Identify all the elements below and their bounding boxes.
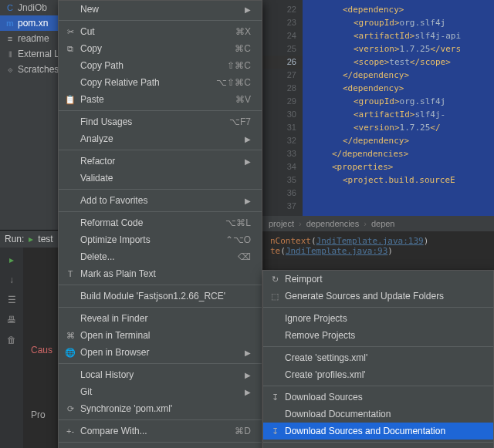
menu-label: Create 'profiles.xml' xyxy=(285,369,366,380)
run-label: Run: xyxy=(5,234,24,244)
menu-label: Build Module 'Fastjson1.2.66_RCE' xyxy=(80,291,225,301)
run-config-name[interactable]: test xyxy=(38,234,52,244)
play-icon: ▸ xyxy=(29,234,33,244)
tree-item[interactable]: ⫴External L xyxy=(0,46,58,62)
menu-label: New xyxy=(80,4,99,15)
menu-item[interactable]: Copy Path⇧⌘C xyxy=(59,57,262,74)
menu-label: Compare With... xyxy=(80,426,147,436)
menu-item[interactable]: Analyze▶ xyxy=(59,130,262,147)
menu-item[interactable]: Generate XSD Schema from XML File... xyxy=(59,445,262,448)
menu-item[interactable]: 📋Paste⌘V xyxy=(59,91,262,108)
context-menu[interactable]: New▶✂Cut⌘X⧉Copy⌘CCopy Path⇧⌘CCopy Relati… xyxy=(58,0,262,448)
shortcut: ⌘D xyxy=(216,426,251,436)
crumb[interactable]: dependencies xyxy=(306,219,360,228)
crumb[interactable]: project xyxy=(269,219,294,228)
menu-item[interactable]: Reformat Code⌥⌘L xyxy=(59,214,262,231)
project-tree[interactable]: CJndiObmpom.xn≡readme⫴External L⟐Scratch… xyxy=(0,0,58,231)
menu-item[interactable]: Validate xyxy=(59,170,262,187)
tree-item[interactable]: ≡readme xyxy=(0,31,58,46)
print-icon[interactable]: 🖶 xyxy=(5,314,18,326)
menu-item[interactable]: ⧉Copy⌘C xyxy=(59,40,262,57)
maven-submenu[interactable]: ↻Reimport⬚Generate Sources and Update Fo… xyxy=(262,270,494,448)
menu-item[interactable]: Remove Projects xyxy=(263,327,493,344)
tree-item[interactable]: ⟐Scratches xyxy=(0,62,58,77)
menu-item[interactable]: 🌐Open in Browser▶ xyxy=(59,344,262,361)
menu-label: Generate Sources and Update Folders xyxy=(285,291,444,301)
menu-item[interactable]: ↧Download Sources xyxy=(263,389,493,406)
mvn-icon: m xyxy=(5,18,15,29)
menu-label: Copy Path xyxy=(80,60,124,71)
menu-label: Paste xyxy=(80,94,104,105)
cut-icon: ✂ xyxy=(64,25,76,38)
menu-label: Git xyxy=(80,386,92,397)
submenu-arrow-icon: ▶ xyxy=(226,349,251,357)
menu-item[interactable]: ⟳Synchronize 'pom.xml' xyxy=(59,400,262,417)
menu-item[interactable]: Local History▶ xyxy=(59,366,262,383)
menu-item[interactable]: ✂Cut⌘X xyxy=(59,23,262,40)
menu-item[interactable]: ⌘Open in Terminal xyxy=(59,327,262,344)
menu-item[interactable]: Download Documentation xyxy=(263,406,493,423)
tree-label: pom.xn xyxy=(18,18,48,29)
menu-item[interactable]: TMark as Plain Text xyxy=(59,265,262,282)
menu-item[interactable]: ↻Reimport xyxy=(263,271,493,288)
submenu-arrow-icon: ▶ xyxy=(226,5,251,14)
md-icon: ≡ xyxy=(5,33,15,44)
menu-label: Mark as Plain Text xyxy=(80,268,156,279)
menu-label: Ignore Projects xyxy=(285,313,347,324)
menu-item[interactable]: Git▶ xyxy=(59,383,262,400)
menu-label: Copy Relative Path xyxy=(80,77,160,88)
code-area[interactable]: <dependency><groupId>org.slf4j<artifactI… xyxy=(303,0,494,216)
menu-item[interactable]: Ignore Projects xyxy=(263,310,493,327)
menu-label: Cut xyxy=(80,26,95,37)
menu-label: Reveal in Finder xyxy=(80,313,147,324)
gen-icon: ⬚ xyxy=(269,290,281,302)
shortcut: ⌘X xyxy=(217,26,251,37)
menu-item[interactable]: Copy Relative Path⌥⇧⌘C xyxy=(59,74,262,91)
shortcut: ⌫ xyxy=(219,251,251,262)
menu-item[interactable]: +‑Compare With...⌘D xyxy=(59,423,262,440)
tree-item[interactable]: mpom.xn xyxy=(0,15,58,31)
menu-item[interactable]: Create 'settings.xml' xyxy=(263,349,493,366)
menu-item[interactable]: Add to Favorites▶ xyxy=(59,192,262,209)
menu-item[interactable]: Find Usages⌥F7 xyxy=(59,113,262,130)
link[interactable]: JndiTemplate.java:139 xyxy=(316,236,424,246)
menu-label: Find Usages xyxy=(80,116,132,127)
trash-icon[interactable]: 🗑 xyxy=(5,334,18,346)
menu-item[interactable]: Build Module 'Fastjson1.2.66_RCE' xyxy=(59,288,262,305)
run-toolbar[interactable]: ▸ ↓ ☰ 🖶 🗑 xyxy=(0,248,23,448)
submenu-arrow-icon: ▶ xyxy=(226,197,251,205)
scr-icon: ⟐ xyxy=(5,64,15,75)
menu-item[interactable]: Create 'profiles.xml' xyxy=(263,366,493,383)
menu-label: Reformat Code xyxy=(80,217,143,228)
menu-label: Reimport xyxy=(285,274,323,285)
class-icon: C xyxy=(5,2,15,13)
menu-label: Remove Projects xyxy=(285,330,355,341)
editor-pane: 2223242526272829303132333435363738 <depe… xyxy=(262,0,494,231)
submenu-arrow-icon: ▶ xyxy=(226,371,251,379)
menu-label: Local History xyxy=(80,369,134,380)
crumb[interactable]: depen xyxy=(371,219,395,228)
shortcut: ⇧⌘C xyxy=(208,60,251,71)
link[interactable]: JndiTemplate.java:93 xyxy=(286,246,387,256)
menu-item[interactable]: Delete...⌫ xyxy=(59,248,262,265)
menu-item[interactable]: Reveal in Finder xyxy=(59,310,262,327)
tree-item[interactable]: CJndiOb xyxy=(0,0,58,15)
breadcrumb[interactable]: project›dependencies›depen xyxy=(262,216,494,231)
rerun-icon[interactable]: ▸ xyxy=(5,254,18,266)
sync-icon: ⟳ xyxy=(64,403,76,415)
menu-item[interactable]: Refactor▶ xyxy=(59,153,262,170)
menu-label: Create 'settings.xml' xyxy=(285,352,367,363)
stop-icon[interactable]: ↓ xyxy=(5,274,18,286)
menu-item[interactable]: ⬚Generate Sources and Update Folders xyxy=(263,288,493,305)
menu-item[interactable]: Optimize Imports⌃⌥O xyxy=(59,231,262,248)
tree-label: Scratches xyxy=(18,64,58,75)
shortcut: ⌃⌥O xyxy=(207,234,251,245)
tree-label: readme xyxy=(18,33,49,44)
menu-item[interactable]: ↧Download Sources and Documentation xyxy=(263,423,493,440)
layout-icon[interactable]: ☰ xyxy=(5,294,18,306)
menu-label: Add to Favorites xyxy=(80,195,147,206)
shortcut: ⌥⌘L xyxy=(207,217,251,228)
menu-item[interactable]: Show Effective POM xyxy=(263,445,493,448)
submenu-arrow-icon: ▶ xyxy=(226,135,251,143)
menu-item[interactable]: New▶ xyxy=(59,1,262,18)
